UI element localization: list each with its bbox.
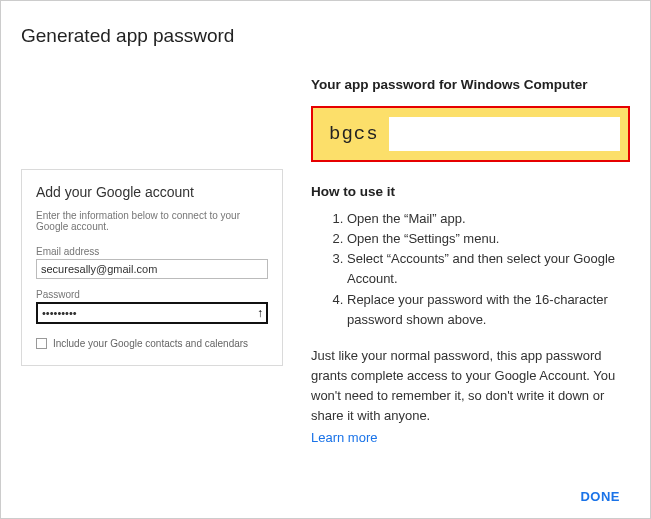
include-contacts-checkbox[interactable]: Include your Google contacts and calenda… [36, 338, 268, 349]
app-password-masked [389, 117, 620, 151]
email-field[interactable] [36, 259, 268, 279]
checkbox-label: Include your Google contacts and calenda… [53, 338, 248, 349]
app-password-box: bgcs [311, 106, 630, 162]
panel-intro: Enter the information below to connect t… [36, 210, 268, 232]
account-setup-panel: Add your Google account Enter the inform… [21, 169, 283, 366]
howto-step: Open the “Settings” menu. [347, 229, 630, 249]
howto-step: Open the “Mail” app. [347, 209, 630, 229]
howto-step: Select “Accounts” and then select your G… [347, 249, 630, 289]
checkbox-box-icon [36, 338, 47, 349]
panel-heading: Add your Google account [36, 184, 268, 200]
caps-indicator-icon: ↑ [257, 306, 263, 320]
page-title: Generated app password [21, 25, 630, 47]
learn-more-link[interactable]: Learn more [311, 430, 377, 445]
password-label: Password [36, 289, 268, 300]
howto-steps: Open the “Mail” app. Open the “Settings”… [347, 209, 630, 330]
howto-step: Replace your password with the 16-charac… [347, 290, 630, 330]
email-label: Email address [36, 246, 268, 257]
howto-heading: How to use it [311, 184, 630, 199]
disclaimer-text: Just like your normal password, this app… [311, 346, 630, 427]
app-password-heading: Your app password for Windows Computer [311, 77, 630, 92]
app-password-value: bgcs [319, 123, 389, 145]
password-field[interactable] [36, 302, 268, 324]
done-button[interactable]: DONE [580, 489, 620, 504]
